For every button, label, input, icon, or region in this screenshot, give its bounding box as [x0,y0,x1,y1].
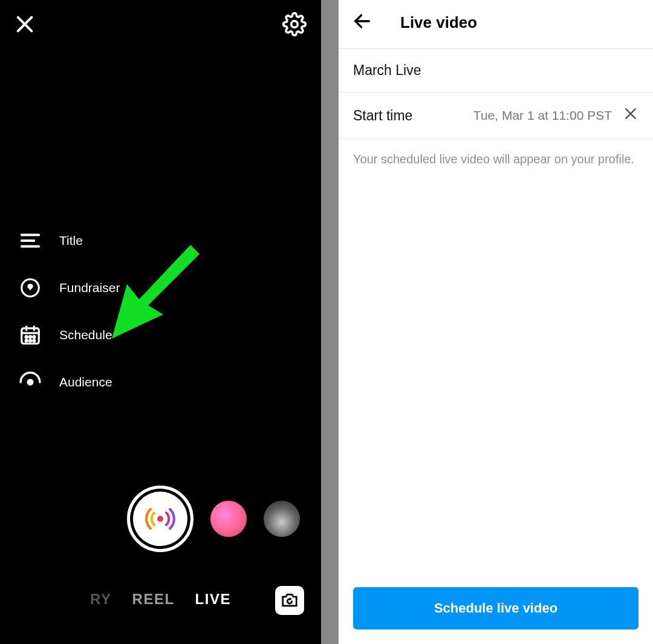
schedule-help-text: Your scheduled live video will appear on… [339,139,653,180]
fundraiser-icon [18,276,42,300]
effect-thumbnail[interactable] [210,501,247,537]
event-title-row[interactable]: March Live [339,49,653,93]
mode-reel[interactable]: REEL [132,591,175,608]
svg-point-17 [27,379,33,385]
go-live-button[interactable] [127,486,193,552]
option-label: Schedule [59,328,112,342]
start-time-value: Tue, Mar 1 at 11:00 PST [473,108,612,123]
effects-carousel [0,486,321,552]
svg-marker-18 [112,245,200,339]
gear-icon[interactable] [282,12,307,36]
camera-mode-switcher: RY REEL LIVE [0,591,321,608]
schedule-live-screen: Live video March Live Start time Tue, Ma… [339,0,653,644]
calendar-icon [18,323,42,347]
title-icon [18,229,42,253]
back-icon[interactable] [352,11,372,34]
svg-point-16 [33,340,35,342]
switch-camera-icon [281,591,299,610]
mode-story[interactable]: RY [90,591,111,608]
event-title-value: March Live [353,62,421,79]
live-options-list: Title Fundraiser Schedule Audience [18,229,120,394]
svg-point-14 [25,340,27,342]
camera-live-screen: Title Fundraiser Schedule Audience [0,0,321,644]
start-time-row[interactable]: Start time Tue, Mar 1 at 11:00 PST [339,93,653,139]
option-label: Fundraiser [59,281,120,295]
svg-point-11 [25,336,27,338]
option-schedule[interactable]: Schedule [18,323,120,347]
svg-point-2 [291,21,298,28]
page-title: Live video [400,13,477,32]
schedule-header: Live video [339,0,653,49]
audience-icon [18,370,42,394]
option-audience[interactable]: Audience [18,370,120,394]
option-label: Title [59,233,83,248]
start-time-label: Start time [353,108,412,124]
switch-camera-button[interactable] [275,586,304,615]
effect-thumbnail[interactable] [264,501,300,537]
svg-point-19 [157,516,163,522]
close-icon[interactable] [15,14,35,34]
clear-start-time-icon[interactable] [623,106,638,125]
schedule-footer: Schedule live video [339,576,653,644]
annotation-arrow [106,245,203,342]
camera-top-bar [0,0,321,48]
option-title[interactable]: Title [18,229,120,253]
schedule-live-video-button[interactable]: Schedule live video [353,587,638,629]
svg-point-13 [33,336,35,338]
svg-point-12 [29,336,31,338]
panel-divider [321,0,339,644]
broadcast-icon [142,501,178,537]
mode-live[interactable]: LIVE [195,591,231,608]
svg-point-15 [29,340,31,342]
option-label: Audience [59,375,112,389]
option-fundraiser[interactable]: Fundraiser [18,276,120,300]
